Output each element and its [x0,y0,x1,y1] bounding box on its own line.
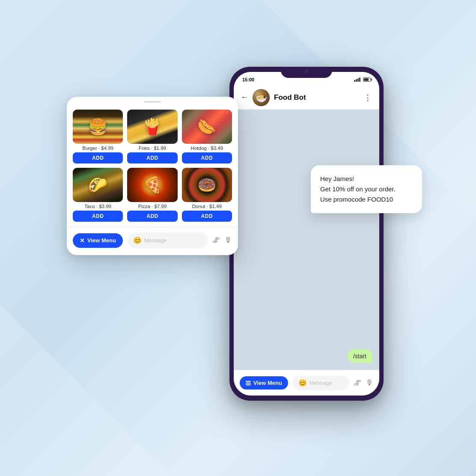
fries-image [127,110,177,144]
battery-icon [363,77,371,82]
app-header: ← 🍜 Food Bot ⋮ [234,86,379,110]
chat-area: /start [234,110,379,370]
card-view-menu-button[interactable]: ✕ View Menu [73,233,123,248]
burger-add-button[interactable]: ADD [73,152,123,164]
fries-name: Fries · $1.99 [139,146,166,151]
donut-name: Donut · $1.49 [192,204,222,209]
scene: 15:00 ← 🍜 [67,45,409,431]
card-attach-icon[interactable]: 🖇 [212,236,220,245]
bot-name-header: Food Bot [274,93,360,102]
burger-image [73,110,123,144]
list-item: Pizza · $7.99 ADD [127,168,177,222]
phone-message-placeholder: Message [309,380,332,386]
list-item: Fries · $1.99 ADD [127,110,177,164]
more-options-button[interactable]: ⋮ [364,93,372,102]
bot-avatar: 🍜 [253,89,270,106]
list-item: Hotdog · $3.49 ADD [182,110,232,164]
card-message-input[interactable]: 😊 Message [127,232,208,248]
drag-handle [144,101,161,103]
list-item: Taco · $3.99 ADD [73,168,123,222]
taco-image [73,168,123,202]
hotdog-name: Hotdog · $3.49 [191,146,223,151]
taco-name: Taco · $3.99 [84,204,111,209]
phone-bottom-bar: View Menu 😊 Message 🖇 🎙 [234,370,379,396]
phone-camera [304,69,309,74]
fries-add-button[interactable]: ADD [127,152,177,164]
phone-notch [281,67,332,78]
phone-message-input[interactable]: 😊 Message [292,375,349,390]
donut-add-button[interactable]: ADD [182,211,232,222]
signal-icon [354,77,360,82]
phone-screen: 15:00 ← 🍜 [234,72,379,396]
food-grid: Burger · $4.99 ADD Fries · $1.99 ADD Hot… [67,106,238,227]
phone-bot-emoji: 😊 [298,379,307,387]
hotdog-add-button[interactable]: ADD [182,152,232,164]
burger-name: Burger · $4.99 [82,146,113,151]
promo-text: Hey James! Get 10% off on your order. Us… [320,174,413,205]
phone: 15:00 ← 🍜 [229,67,384,401]
donut-image [182,168,232,202]
pizza-add-button[interactable]: ADD [127,211,177,222]
x-icon: ✕ [80,237,85,244]
list-item: Burger · $4.99 ADD [73,110,123,164]
hamburger-icon [246,381,251,385]
back-button[interactable]: ← [241,93,248,102]
hotdog-image [182,110,232,144]
card-bot-emoji: 😊 [133,236,142,244]
list-item: Donut · $1.49 ADD [182,168,232,222]
phone-view-menu-label: View Menu [253,380,282,386]
phone-mic-icon[interactable]: 🎙 [366,378,373,387]
taco-add-button[interactable]: ADD [73,211,123,222]
status-time: 15:00 [242,77,254,82]
card-mic-icon[interactable]: 🎙 [224,236,232,245]
card-bottom-bar: ✕ View Menu 😊 Message 🖇 🎙 [67,227,238,248]
food-menu-card: Burger · $4.99 ADD Fries · $1.99 ADD Hot… [67,97,238,255]
phone-attach-icon[interactable]: 🖇 [354,378,361,387]
promo-bubble: Hey James! Get 10% off on your order. Us… [311,165,422,213]
card-message-placeholder: Message [144,237,167,244]
pizza-image [127,168,177,202]
status-icons [354,77,371,82]
start-message: /start [347,349,372,363]
phone-view-menu-button[interactable]: View Menu [240,376,288,390]
pizza-name: Pizza · $7.99 [138,204,167,209]
card-view-menu-label: View Menu [87,237,116,244]
